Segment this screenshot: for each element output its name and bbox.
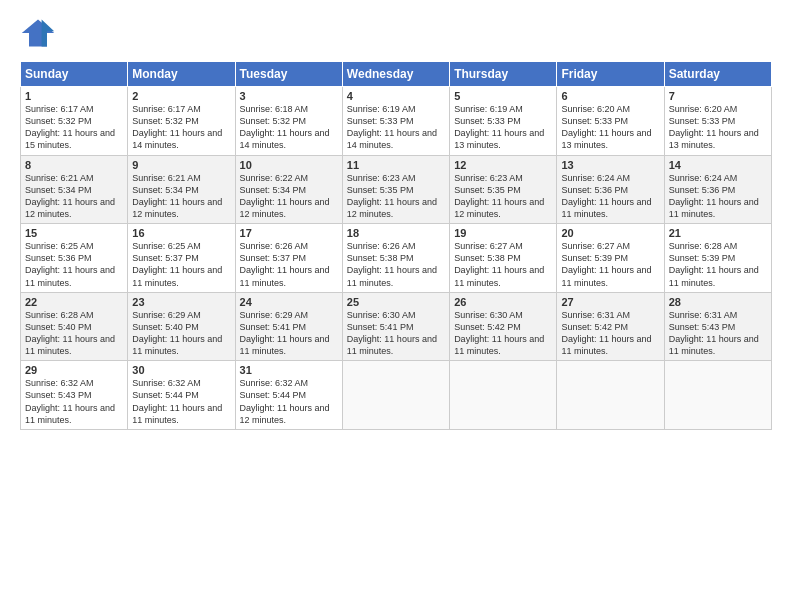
- day-cell-22: 22 Sunrise: 6:28 AMSunset: 5:40 PMDaylig…: [21, 292, 128, 361]
- day-cell-2: 2 Sunrise: 6:17 AMSunset: 5:32 PMDayligh…: [128, 87, 235, 156]
- day-cell-19: 19 Sunrise: 6:27 AMSunset: 5:38 PMDaylig…: [450, 224, 557, 293]
- day-cell-16: 16 Sunrise: 6:25 AMSunset: 5:37 PMDaylig…: [128, 224, 235, 293]
- day-number: 24: [240, 296, 338, 308]
- day-info: Sunrise: 6:24 AMSunset: 5:36 PMDaylight:…: [669, 173, 759, 219]
- weekday-header-friday: Friday: [557, 62, 664, 87]
- day-cell-13: 13 Sunrise: 6:24 AMSunset: 5:36 PMDaylig…: [557, 155, 664, 224]
- day-info: Sunrise: 6:22 AMSunset: 5:34 PMDaylight:…: [240, 173, 330, 219]
- day-number: 12: [454, 159, 552, 171]
- weekday-header-wednesday: Wednesday: [342, 62, 449, 87]
- day-number: 11: [347, 159, 445, 171]
- day-cell-24: 24 Sunrise: 6:29 AMSunset: 5:41 PMDaylig…: [235, 292, 342, 361]
- day-info: Sunrise: 6:27 AMSunset: 5:38 PMDaylight:…: [454, 241, 544, 287]
- day-info: Sunrise: 6:32 AMSunset: 5:43 PMDaylight:…: [25, 378, 115, 424]
- day-info: Sunrise: 6:27 AMSunset: 5:39 PMDaylight:…: [561, 241, 651, 287]
- day-info: Sunrise: 6:25 AMSunset: 5:37 PMDaylight:…: [132, 241, 222, 287]
- day-number: 19: [454, 227, 552, 239]
- day-info: Sunrise: 6:29 AMSunset: 5:40 PMDaylight:…: [132, 310, 222, 356]
- logo: [20, 15, 60, 51]
- weekday-header-thursday: Thursday: [450, 62, 557, 87]
- day-info: Sunrise: 6:30 AMSunset: 5:41 PMDaylight:…: [347, 310, 437, 356]
- weekday-header-row: SundayMondayTuesdayWednesdayThursdayFrid…: [21, 62, 772, 87]
- day-number: 28: [669, 296, 767, 308]
- weekday-header-monday: Monday: [128, 62, 235, 87]
- page: SundayMondayTuesdayWednesdayThursdayFrid…: [0, 0, 792, 612]
- day-number: 30: [132, 364, 230, 376]
- day-number: 18: [347, 227, 445, 239]
- day-cell-14: 14 Sunrise: 6:24 AMSunset: 5:36 PMDaylig…: [664, 155, 771, 224]
- day-number: 4: [347, 90, 445, 102]
- weekday-header-tuesday: Tuesday: [235, 62, 342, 87]
- empty-cell: [557, 361, 664, 430]
- day-number: 8: [25, 159, 123, 171]
- day-number: 20: [561, 227, 659, 239]
- day-cell-6: 6 Sunrise: 6:20 AMSunset: 5:33 PMDayligh…: [557, 87, 664, 156]
- day-number: 29: [25, 364, 123, 376]
- calendar: SundayMondayTuesdayWednesdayThursdayFrid…: [20, 61, 772, 430]
- day-info: Sunrise: 6:32 AMSunset: 5:44 PMDaylight:…: [240, 378, 330, 424]
- day-number: 14: [669, 159, 767, 171]
- day-cell-20: 20 Sunrise: 6:27 AMSunset: 5:39 PMDaylig…: [557, 224, 664, 293]
- day-cell-10: 10 Sunrise: 6:22 AMSunset: 5:34 PMDaylig…: [235, 155, 342, 224]
- day-cell-25: 25 Sunrise: 6:30 AMSunset: 5:41 PMDaylig…: [342, 292, 449, 361]
- day-cell-7: 7 Sunrise: 6:20 AMSunset: 5:33 PMDayligh…: [664, 87, 771, 156]
- day-info: Sunrise: 6:31 AMSunset: 5:42 PMDaylight:…: [561, 310, 651, 356]
- week-row-1: 1 Sunrise: 6:17 AMSunset: 5:32 PMDayligh…: [21, 87, 772, 156]
- day-cell-31: 31 Sunrise: 6:32 AMSunset: 5:44 PMDaylig…: [235, 361, 342, 430]
- day-number: 21: [669, 227, 767, 239]
- day-number: 15: [25, 227, 123, 239]
- day-cell-15: 15 Sunrise: 6:25 AMSunset: 5:36 PMDaylig…: [21, 224, 128, 293]
- day-number: 16: [132, 227, 230, 239]
- day-cell-11: 11 Sunrise: 6:23 AMSunset: 5:35 PMDaylig…: [342, 155, 449, 224]
- day-info: Sunrise: 6:20 AMSunset: 5:33 PMDaylight:…: [561, 104, 651, 150]
- day-number: 26: [454, 296, 552, 308]
- day-number: 7: [669, 90, 767, 102]
- day-info: Sunrise: 6:26 AMSunset: 5:38 PMDaylight:…: [347, 241, 437, 287]
- empty-cell: [664, 361, 771, 430]
- day-info: Sunrise: 6:29 AMSunset: 5:41 PMDaylight:…: [240, 310, 330, 356]
- day-info: Sunrise: 6:21 AMSunset: 5:34 PMDaylight:…: [25, 173, 115, 219]
- day-info: Sunrise: 6:28 AMSunset: 5:40 PMDaylight:…: [25, 310, 115, 356]
- day-info: Sunrise: 6:19 AMSunset: 5:33 PMDaylight:…: [454, 104, 544, 150]
- day-number: 17: [240, 227, 338, 239]
- week-row-3: 15 Sunrise: 6:25 AMSunset: 5:36 PMDaylig…: [21, 224, 772, 293]
- day-number: 1: [25, 90, 123, 102]
- day-info: Sunrise: 6:25 AMSunset: 5:36 PMDaylight:…: [25, 241, 115, 287]
- day-number: 3: [240, 90, 338, 102]
- day-cell-28: 28 Sunrise: 6:31 AMSunset: 5:43 PMDaylig…: [664, 292, 771, 361]
- weekday-header-saturday: Saturday: [664, 62, 771, 87]
- day-cell-3: 3 Sunrise: 6:18 AMSunset: 5:32 PMDayligh…: [235, 87, 342, 156]
- day-number: 27: [561, 296, 659, 308]
- day-number: 23: [132, 296, 230, 308]
- day-info: Sunrise: 6:30 AMSunset: 5:42 PMDaylight:…: [454, 310, 544, 356]
- day-info: Sunrise: 6:21 AMSunset: 5:34 PMDaylight:…: [132, 173, 222, 219]
- day-number: 5: [454, 90, 552, 102]
- week-row-2: 8 Sunrise: 6:21 AMSunset: 5:34 PMDayligh…: [21, 155, 772, 224]
- day-cell-4: 4 Sunrise: 6:19 AMSunset: 5:33 PMDayligh…: [342, 87, 449, 156]
- weekday-header-sunday: Sunday: [21, 62, 128, 87]
- day-info: Sunrise: 6:17 AMSunset: 5:32 PMDaylight:…: [25, 104, 115, 150]
- day-cell-26: 26 Sunrise: 6:30 AMSunset: 5:42 PMDaylig…: [450, 292, 557, 361]
- day-info: Sunrise: 6:31 AMSunset: 5:43 PMDaylight:…: [669, 310, 759, 356]
- day-number: 22: [25, 296, 123, 308]
- day-cell-27: 27 Sunrise: 6:31 AMSunset: 5:42 PMDaylig…: [557, 292, 664, 361]
- day-number: 31: [240, 364, 338, 376]
- day-cell-1: 1 Sunrise: 6:17 AMSunset: 5:32 PMDayligh…: [21, 87, 128, 156]
- day-info: Sunrise: 6:24 AMSunset: 5:36 PMDaylight:…: [561, 173, 651, 219]
- day-info: Sunrise: 6:23 AMSunset: 5:35 PMDaylight:…: [347, 173, 437, 219]
- day-info: Sunrise: 6:28 AMSunset: 5:39 PMDaylight:…: [669, 241, 759, 287]
- day-info: Sunrise: 6:19 AMSunset: 5:33 PMDaylight:…: [347, 104, 437, 150]
- header: [20, 15, 772, 51]
- empty-cell: [342, 361, 449, 430]
- day-info: Sunrise: 6:18 AMSunset: 5:32 PMDaylight:…: [240, 104, 330, 150]
- day-info: Sunrise: 6:20 AMSunset: 5:33 PMDaylight:…: [669, 104, 759, 150]
- day-info: Sunrise: 6:17 AMSunset: 5:32 PMDaylight:…: [132, 104, 222, 150]
- day-number: 10: [240, 159, 338, 171]
- week-row-4: 22 Sunrise: 6:28 AMSunset: 5:40 PMDaylig…: [21, 292, 772, 361]
- day-info: Sunrise: 6:26 AMSunset: 5:37 PMDaylight:…: [240, 241, 330, 287]
- day-cell-30: 30 Sunrise: 6:32 AMSunset: 5:44 PMDaylig…: [128, 361, 235, 430]
- day-cell-17: 17 Sunrise: 6:26 AMSunset: 5:37 PMDaylig…: [235, 224, 342, 293]
- day-cell-5: 5 Sunrise: 6:19 AMSunset: 5:33 PMDayligh…: [450, 87, 557, 156]
- day-number: 9: [132, 159, 230, 171]
- day-cell-18: 18 Sunrise: 6:26 AMSunset: 5:38 PMDaylig…: [342, 224, 449, 293]
